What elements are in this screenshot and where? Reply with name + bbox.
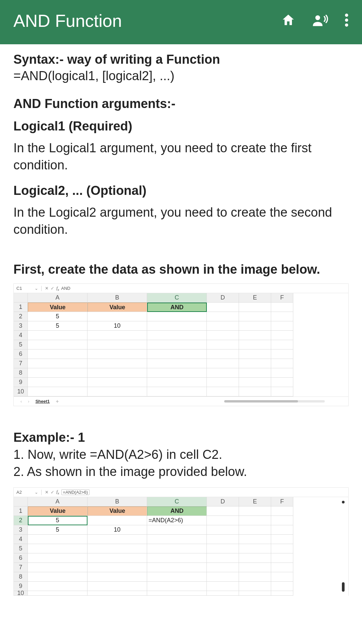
cell xyxy=(87,591,147,596)
cell xyxy=(207,516,239,525)
col-header: E xyxy=(239,293,271,303)
row-header: 9 xyxy=(14,378,28,387)
more-menu-icon[interactable] xyxy=(345,13,349,29)
cell xyxy=(147,525,207,535)
cell xyxy=(239,321,271,331)
cell xyxy=(239,378,271,387)
cell xyxy=(147,331,207,340)
col-header: E xyxy=(239,497,271,506)
col-header: F xyxy=(271,497,293,506)
row-header: 4 xyxy=(14,535,28,544)
cell: 10 xyxy=(87,525,147,535)
horizontal-scrollbar xyxy=(224,400,325,402)
row-header: 3 xyxy=(14,525,28,535)
cell xyxy=(147,359,207,368)
cell xyxy=(207,387,239,396)
example-step-2: 2. As shown in the image provided below. xyxy=(13,463,349,480)
cell xyxy=(271,387,293,396)
cell xyxy=(271,331,293,340)
cell xyxy=(28,582,87,591)
logical1-title: Logical1 (Required) xyxy=(13,119,349,133)
cell xyxy=(28,591,87,596)
cell xyxy=(147,553,207,563)
cell xyxy=(239,331,271,340)
cell xyxy=(147,387,207,396)
cell xyxy=(271,506,293,516)
cell xyxy=(239,544,271,553)
voice-user-icon[interactable] xyxy=(312,13,328,29)
cell xyxy=(28,563,87,572)
cell xyxy=(207,553,239,563)
spreadsheet-image-2: A2 ⌄ │ ✕ ✓ fx =AND(A2>6) A B C D E F 1 V… xyxy=(13,487,349,596)
cell xyxy=(207,312,239,321)
sheet-tabs: ‹ › Sheet1 + xyxy=(14,396,348,406)
col-header: B xyxy=(87,293,147,303)
cell xyxy=(239,591,271,596)
cell xyxy=(271,321,293,331)
cell xyxy=(207,340,239,350)
col-header: D xyxy=(207,497,239,506)
cell xyxy=(207,582,239,591)
col-header: A xyxy=(28,497,87,506)
cell xyxy=(28,340,87,350)
row-header: 10 xyxy=(14,591,28,596)
cell: 5 xyxy=(28,525,87,535)
dropdown-icon: ⌄ xyxy=(35,490,38,495)
cell xyxy=(239,582,271,591)
row-header: 5 xyxy=(14,340,28,350)
cell xyxy=(271,312,293,321)
cell xyxy=(28,572,87,582)
cell xyxy=(239,303,271,312)
cell xyxy=(87,544,147,553)
cancel-icon: ✕ xyxy=(45,286,49,291)
cell xyxy=(87,340,147,350)
cell xyxy=(28,331,87,340)
cell xyxy=(147,321,207,331)
row-header: 10 xyxy=(14,387,28,396)
cell xyxy=(207,350,239,359)
cell xyxy=(239,553,271,563)
cell xyxy=(87,312,147,321)
dropdown-icon: ⌄ xyxy=(35,286,38,291)
svg-point-0 xyxy=(315,15,320,20)
cell xyxy=(28,535,87,544)
row-header: 4 xyxy=(14,331,28,340)
cell xyxy=(207,321,239,331)
formula-text: =AND(A2>6) xyxy=(61,489,89,495)
cell xyxy=(87,368,147,378)
svg-point-3 xyxy=(345,23,348,27)
header-cell-value-a: Value xyxy=(28,506,87,516)
cell xyxy=(207,378,239,387)
add-sheet-icon: + xyxy=(56,398,59,405)
cell-formula-entry: =AND(A2>6) xyxy=(147,516,207,525)
cell xyxy=(147,368,207,378)
cell xyxy=(239,525,271,535)
col-header-selected: C xyxy=(147,293,207,303)
separator-icon: │ xyxy=(40,286,43,291)
cell-active: 5 xyxy=(28,516,87,525)
cell xyxy=(28,368,87,378)
cell xyxy=(239,572,271,582)
col-header: A xyxy=(28,293,87,303)
separator-icon: │ xyxy=(40,490,43,495)
cell xyxy=(147,535,207,544)
cell xyxy=(271,303,293,312)
row-header: 2 xyxy=(14,312,28,321)
cell xyxy=(207,535,239,544)
cell xyxy=(28,350,87,359)
formula-text: AND xyxy=(61,286,70,291)
confirm-icon: ✓ xyxy=(51,490,54,495)
row-header: 5 xyxy=(14,544,28,553)
cell xyxy=(271,340,293,350)
cell xyxy=(239,312,271,321)
row-header: 8 xyxy=(14,572,28,582)
cell xyxy=(87,535,147,544)
page-title: AND Function xyxy=(13,11,122,31)
page-scroll-indicator xyxy=(342,487,345,596)
grid: A B C D E F 1 Value Value AND 2 5 3 5 10 xyxy=(14,293,348,396)
app-header: AND Function xyxy=(0,0,362,44)
fx-icon: fx xyxy=(56,285,59,291)
home-icon[interactable] xyxy=(281,13,296,29)
sheet-tab: Sheet1 xyxy=(36,399,50,404)
instruction-text: First, create the data as shown in the i… xyxy=(13,262,349,277)
